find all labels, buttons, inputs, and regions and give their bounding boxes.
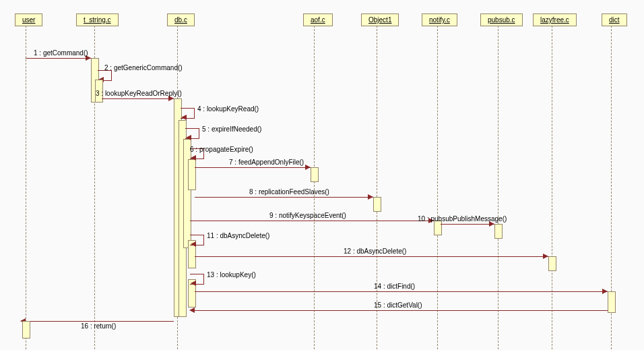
label-m14: 14 : dictFind() [374,283,415,290]
activation-db-4 [188,159,196,190]
arrowhead-m8 [368,194,373,200]
label-m15: 15 : dictGetVal() [374,301,422,309]
lifeline-object1 [377,26,377,349]
activation-pubsub [494,224,503,239]
participant-pubsub[interactable]: pubsub.c [480,13,523,26]
arrowhead-m12 [543,254,548,259]
arrow-m1 [26,58,91,59]
activation-object1 [373,197,381,212]
activation-user [22,321,30,339]
arrow-m16 [26,321,174,322]
participant-user[interactable]: user [15,13,42,26]
label-m12: 12 : dbAsyncDelete() [344,247,406,255]
participant-dict[interactable]: dict [602,13,627,26]
label-m9: 9 : notifyKeyspaceEvent() [269,212,346,219]
arrowhead-m14 [602,289,608,294]
label-m11: 11 : dbAsyncDelete() [207,232,269,239]
lifeline-notify [437,26,438,349]
activation-dict [608,291,616,313]
participant-aof[interactable]: aof.c [303,13,333,26]
arrow-m8 [195,197,373,198]
arrow-m3 [102,98,174,99]
arrow-m12 [195,256,548,257]
label-m16: 16 : return() [81,322,116,330]
arrowhead-m4 [181,115,187,120]
grid-bg [0,0,644,350]
participant-notify[interactable]: notify.c [422,13,457,26]
participant-db[interactable]: db.c [167,13,195,26]
lifeline-pubsub [498,26,498,349]
arrowhead-m7 [305,165,311,170]
arrowhead-m6 [191,155,196,161]
arrow-m15 [195,310,608,311]
arrowhead-m11 [191,241,196,247]
label-m1: 1 : getCommand() [34,49,88,57]
lifeline-lazyfree [552,26,552,349]
participant-t-string[interactable]: t_string.c [76,13,119,26]
arrow-m7 [195,167,311,168]
activation-lazyfree [548,256,556,271]
lifeline-aof [314,26,315,349]
arrow-m10 [441,224,494,225]
arrow-m14 [195,291,608,292]
label-m4: 4 : lookupKeyRead() [197,105,259,113]
label-m6: 6 : propagateExpire() [190,146,253,153]
participant-object1[interactable]: Object1 [361,13,399,26]
label-m3: 3 : lookupKeyReadOrReply() [96,90,182,97]
activation-notify [434,221,442,235]
label-m13: 13 : lookupKey() [207,271,256,279]
arrowhead-m5 [186,135,191,140]
arrowhead-m13 [191,281,196,286]
participant-lazyfree[interactable]: lazyfree.c [533,13,577,26]
arrow-m9 [190,221,434,221]
label-m2: 2 : getGenericCommand() [104,64,183,71]
label-m7: 7 : feedAppendOnlyFile() [229,158,304,166]
label-m10: 10 : pubsubPublishMessage() [418,215,507,223]
arrowhead-m15 [189,308,195,313]
label-m5: 5 : expireIfNeeded() [202,125,261,133]
lifeline-user [26,26,26,349]
activation-aof [311,167,319,182]
label-m8: 8 : replicationFeedSlaves() [249,188,329,196]
